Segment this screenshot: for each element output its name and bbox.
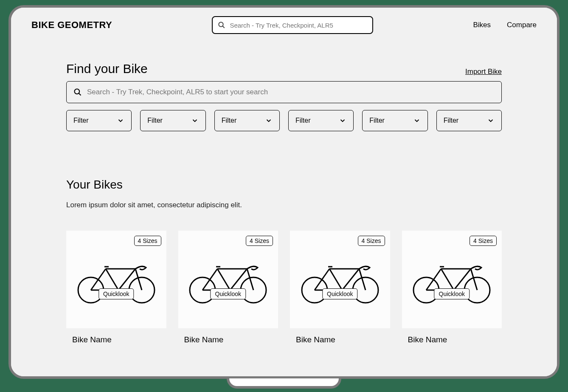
nav-compare[interactable]: Compare — [507, 21, 537, 29]
header-search-input[interactable] — [230, 22, 367, 29]
quicklook-button[interactable]: Quicklook — [98, 288, 134, 299]
filter-label: Filter — [222, 117, 237, 124]
bike-name: Bike Name — [402, 335, 502, 344]
bike-image-wrap: 4 Sizes Quicklook — [402, 231, 502, 328]
svg-line-38 — [454, 269, 471, 290]
bike-image-wrap: 4 Sizes Quicklook — [66, 231, 166, 328]
bike-card[interactable]: 4 Sizes Quicklook Bike Name — [66, 231, 166, 344]
svg-line-10 — [106, 269, 118, 290]
logo: BIKE GEOMETRY — [31, 20, 112, 31]
find-header-row: Find your Bike Import Bike — [66, 62, 502, 76]
svg-line-19 — [217, 269, 230, 290]
filter-dropdown[interactable]: Filter — [214, 110, 280, 131]
bike-name: Bike Name — [66, 335, 166, 344]
chevron-down-icon — [487, 117, 495, 124]
laptop-frame: BIKE GEOMETRY Bikes Compare Find your Bi… — [8, 5, 560, 379]
svg-line-29 — [342, 269, 359, 290]
chevron-down-icon — [339, 117, 346, 124]
your-bikes-title: Your Bikes — [66, 178, 502, 192]
svg-line-3 — [79, 93, 81, 96]
header: BIKE GEOMETRY Bikes Compare — [11, 8, 557, 38]
sizes-badge: 4 Sizes — [246, 236, 273, 246]
quicklook-button[interactable]: Quicklook — [211, 288, 246, 299]
svg-line-37 — [441, 269, 454, 290]
content: Find your Bike Import Bike Filter Filter — [11, 38, 557, 344]
bike-card[interactable]: 4 Sizes Quicklook Bike Name — [290, 231, 390, 344]
svg-line-17 — [247, 269, 253, 290]
bike-card[interactable]: 4 Sizes Quicklook Bike Name — [178, 231, 278, 344]
bike-name: Bike Name — [290, 335, 390, 344]
svg-line-20 — [230, 269, 247, 290]
chevron-down-icon — [191, 117, 199, 124]
svg-line-11 — [118, 269, 135, 290]
bike-image-wrap: 4 Sizes Quicklook — [178, 231, 278, 328]
find-title: Find your Bike — [66, 62, 148, 76]
chevron-down-icon — [265, 117, 273, 124]
quicklook-button[interactable]: Quicklook — [322, 288, 357, 299]
svg-point-2 — [75, 89, 80, 94]
app-screen: BIKE GEOMETRY Bikes Compare Find your Bi… — [11, 8, 557, 376]
svg-line-35 — [471, 269, 477, 290]
chevron-down-icon — [117, 117, 124, 124]
main-search-input[interactable] — [87, 88, 495, 96]
sizes-badge: 4 Sizes — [358, 236, 385, 246]
quicklook-button[interactable]: Quicklook — [434, 288, 470, 299]
header-search[interactable] — [212, 16, 373, 34]
filter-dropdown[interactable]: Filter — [66, 110, 132, 131]
import-bike-link[interactable]: Import Bike — [465, 68, 502, 76]
nav: Bikes Compare — [473, 21, 537, 29]
filter-label: Filter — [295, 117, 311, 124]
filter-label: Filter — [73, 117, 89, 124]
bike-card[interactable]: 4 Sizes Quicklook Bike Name — [402, 231, 502, 344]
filter-dropdown[interactable]: Filter — [140, 110, 205, 131]
svg-line-28 — [329, 269, 342, 290]
search-icon — [218, 21, 225, 29]
filter-dropdown[interactable]: Filter — [436, 110, 502, 131]
bike-image-wrap: 4 Sizes Quicklook — [290, 231, 390, 328]
filter-label: Filter — [147, 117, 163, 124]
sizes-badge: 4 Sizes — [134, 236, 161, 246]
your-bikes-desc: Lorem ipsum dolor sit amet, consectetur … — [66, 201, 502, 209]
filter-label: Filter — [444, 117, 459, 124]
your-bikes-section: Your Bikes Lorem ipsum dolor sit amet, c… — [66, 178, 502, 344]
svg-line-1 — [223, 26, 225, 28]
nav-bikes[interactable]: Bikes — [473, 21, 491, 29]
filter-label: Filter — [369, 117, 385, 124]
bike-grid: 4 Sizes Quicklook Bike Name — [66, 231, 502, 344]
filter-row: Filter Filter Filter Filter Filter — [66, 110, 502, 131]
chevron-down-icon — [413, 117, 421, 124]
main-search[interactable] — [66, 81, 502, 103]
search-icon — [73, 88, 82, 96]
svg-point-0 — [219, 22, 224, 27]
filter-dropdown[interactable]: Filter — [362, 110, 427, 131]
laptop-base — [227, 378, 341, 389]
filter-dropdown[interactable]: Filter — [288, 110, 354, 131]
sizes-badge: 4 Sizes — [470, 236, 497, 246]
bike-name: Bike Name — [178, 335, 278, 344]
svg-line-26 — [359, 269, 366, 290]
svg-line-8 — [135, 269, 142, 290]
